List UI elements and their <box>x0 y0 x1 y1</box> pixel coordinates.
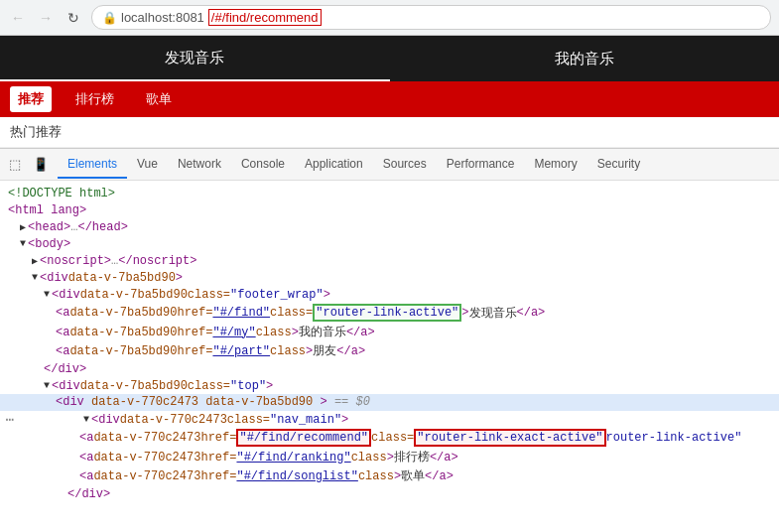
devtools-panel: ⬚ 📱 Elements Vue Network Console Applica… <box>0 148 779 506</box>
section-header: 热门推荐 <box>0 117 779 148</box>
nav-my-music[interactable]: 我的音乐 <box>390 36 780 81</box>
code-line-doctype: <!DOCTYPE html> <box>0 185 779 201</box>
code-line-my-link: <a data-v-7ba5bd90 href="#/my" class >我的… <box>0 323 779 341</box>
code-line-selected: <div data-v-770c2473 data-v-7ba5bd90 > =… <box>0 394 779 411</box>
code-line-body: ▼ <body> <box>0 235 779 252</box>
tab-elements[interactable]: Elements <box>58 151 127 179</box>
devtools-tabs: ⬚ 📱 Elements Vue Network Console Applica… <box>0 149 779 181</box>
tab-security[interactable]: Security <box>587 151 650 179</box>
address-bar[interactable]: 🔒 localhost:8081/#/find/recommend <box>91 5 771 30</box>
browser-bar: ← → ↻ 🔒 localhost:8081/#/find/recommend <box>0 0 779 36</box>
subnav-ranking[interactable]: 排行榜 <box>67 86 122 112</box>
code-line-footer-wrap: ▼ <div data-v-7ba5bd90 class="footer_wra… <box>0 286 779 303</box>
lock-icon: 🔒 <box>102 11 117 25</box>
top-navigation: 发现音乐 我的音乐 <box>0 36 779 81</box>
code-line-ranking-link: <a data-v-770c2473 href="#/find/ranking"… <box>0 448 779 466</box>
tab-memory[interactable]: Memory <box>524 151 586 179</box>
subnav-recommend[interactable]: 推荐 <box>10 86 52 112</box>
back-button[interactable]: ← <box>8 8 28 28</box>
device-icon[interactable]: 📱 <box>30 154 52 176</box>
code-line-nav-main-wrap: ⋯ ▼ <div data-v-770c2473 class="nav_main… <box>0 411 779 428</box>
inspect-icon[interactable]: ⬚ <box>4 154 26 176</box>
tab-application[interactable]: Application <box>295 151 373 179</box>
forward-button[interactable]: → <box>36 8 56 28</box>
code-line-part-link: <a data-v-7ba5bd90 href="#/part" class >… <box>0 341 779 360</box>
code-line-noscript: ▶ <noscript>…</noscript> <box>0 252 779 269</box>
code-line-find-link: <a data-v-7ba5bd90 href="#/find" class="… <box>0 303 779 323</box>
devtools-icon-group: ⬚ 📱 <box>4 154 52 176</box>
tab-vue[interactable]: Vue <box>127 151 168 179</box>
code-line-close-nav: </div> <box>0 485 779 502</box>
sub-navigation: 推荐 排行榜 歌单 <box>0 81 779 117</box>
code-line-nav-main: ▼ <div data-v-770c2473 class="nav_main" … <box>20 411 348 428</box>
code-line-head: ▶ <head>…</head> <box>0 218 779 235</box>
code-line-songlist-link: <a data-v-770c2473 href="#/find/songlist… <box>0 466 779 485</box>
tab-performance[interactable]: Performance <box>437 151 525 179</box>
url-hash: /#/find/recommend <box>208 9 322 26</box>
code-line-recommend-link: <a data-v-770c2473 href="#/find/recommen… <box>0 428 779 448</box>
code-panel: <!DOCTYPE html> <html lang> ▶ <head>…</h… <box>0 181 779 506</box>
dots-left: ⋯ <box>0 411 20 428</box>
subnav-songlist[interactable]: 歌单 <box>138 86 180 112</box>
tab-sources[interactable]: Sources <box>373 151 437 179</box>
tab-console[interactable]: Console <box>231 151 295 179</box>
tab-network[interactable]: Network <box>168 151 231 179</box>
code-line-div-outer: ▼ <div data-v-7ba5bd90 > <box>0 269 779 286</box>
refresh-button[interactable]: ↻ <box>64 8 83 28</box>
code-line-top-div: ▼ <div data-v-7ba5bd90 class="top" > <box>0 377 779 394</box>
code-line-close-footer: </div> <box>0 360 779 377</box>
url-prefix: localhost:8081 <box>121 10 204 25</box>
nav-find-music[interactable]: 发现音乐 <box>0 36 390 81</box>
code-line-html: <html lang> <box>0 201 779 218</box>
